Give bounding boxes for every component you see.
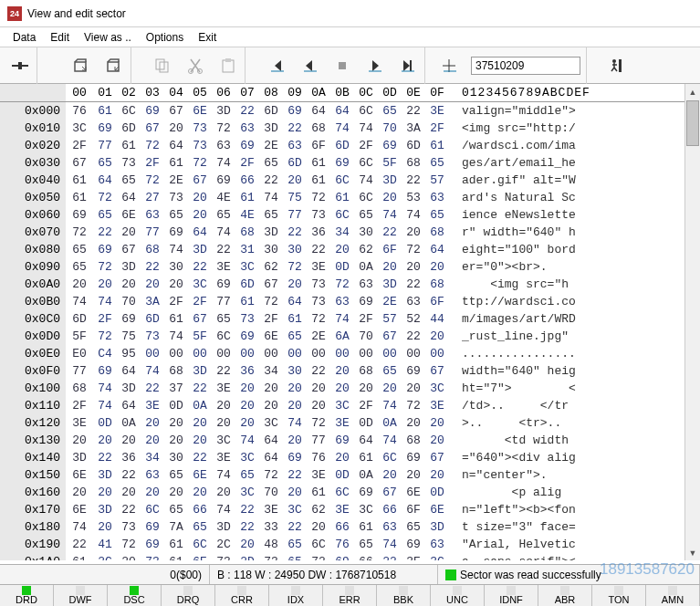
hex-byte[interactable]: 37 (164, 380, 188, 397)
hex-byte[interactable]: 73 (307, 293, 330, 310)
hex-byte[interactable]: 72 (259, 293, 283, 310)
hex-byte[interactable]: 62 (259, 258, 283, 276)
hex-byte[interactable]: 63 (378, 518, 402, 536)
scroll-down-icon[interactable]: ▼ (685, 545, 700, 560)
hex-byte[interactable]: 61 (307, 484, 330, 501)
hex-byte[interactable]: 20 (402, 466, 425, 484)
hex-byte[interactable]: 6C (378, 449, 402, 466)
hex-byte[interactable]: 63 (212, 137, 235, 154)
hex-byte[interactable]: 3E (212, 449, 235, 466)
hex-byte[interactable]: 20 (164, 484, 188, 501)
hex-byte[interactable]: 67 (425, 362, 449, 380)
hex-byte[interactable]: 20 (402, 258, 425, 276)
hex-byte[interactable]: 65 (188, 518, 212, 536)
hex-byte[interactable]: 22 (402, 276, 425, 293)
hex-byte[interactable]: 3D (66, 449, 93, 466)
hex-row[interactable]: 0x0506172642773204E61747572616C205363ard… (0, 189, 700, 206)
first-sector-button[interactable] (260, 49, 293, 82)
hex-byte[interactable]: 65 (425, 154, 449, 172)
hex-byte[interactable]: 61 (283, 310, 307, 328)
hex-byte[interactable]: 22 (117, 501, 141, 518)
hex-byte[interactable]: 73 (259, 553, 283, 560)
hex-byte[interactable]: 20 (212, 397, 235, 414)
hex-byte[interactable]: 20 (283, 397, 307, 414)
hex-byte[interactable]: 20 (141, 276, 164, 293)
hex-byte[interactable]: 20 (235, 536, 259, 553)
hex-byte[interactable]: 00 (164, 345, 188, 362)
hex-byte[interactable]: 6C (307, 536, 330, 553)
hex-byte[interactable]: 2F (164, 293, 188, 310)
hex-byte[interactable]: 6C (188, 536, 212, 553)
hex-byte[interactable]: 6E (259, 328, 283, 345)
hex-byte[interactable]: 6D (283, 154, 307, 172)
goto-button[interactable] (433, 49, 465, 82)
hex-byte[interactable]: 68 (402, 154, 425, 172)
hex-byte[interactable]: 2E (307, 328, 330, 345)
hex-byte[interactable]: 76 (330, 536, 354, 553)
hex-row[interactable]: 0x1403D22363430223E3C64697620616C6967="6… (0, 449, 700, 466)
hex-byte[interactable]: 6F (425, 293, 449, 310)
hex-byte[interactable]: 74 (378, 536, 402, 553)
hex-byte[interactable]: 3D (188, 241, 212, 258)
hex-byte[interactable]: 6E (188, 102, 212, 120)
hex-byte[interactable]: 00 (235, 345, 259, 362)
hex-byte[interactable]: 68 (307, 120, 330, 137)
hex-byte[interactable]: 3C (283, 501, 307, 518)
hex-byte[interactable]: 6E (66, 466, 93, 484)
hex-byte[interactable]: 3C (259, 414, 283, 432)
hex-byte[interactable]: 74 (330, 120, 354, 137)
hex-byte[interactable]: 74 (330, 310, 354, 328)
hex-byte[interactable]: 20 (378, 466, 402, 484)
hex-byte[interactable]: 6D (141, 310, 164, 328)
hex-byte[interactable]: 3A (141, 293, 164, 310)
hex-byte[interactable]: 69 (235, 137, 259, 154)
hex-byte[interactable]: 20 (66, 276, 93, 293)
hex-byte[interactable]: 6A (330, 328, 354, 345)
hex-byte[interactable]: 65 (93, 154, 117, 172)
hex-byte[interactable]: 00 (402, 345, 425, 362)
copy-button[interactable] (146, 49, 179, 82)
hex-byte[interactable]: 3C (66, 120, 93, 137)
hex-byte[interactable]: 65 (164, 206, 188, 224)
hex-byte[interactable]: 70 (259, 484, 283, 501)
hex-byte[interactable]: 69 (354, 293, 378, 310)
hex-byte[interactable]: 69 (93, 241, 117, 258)
hex-byte[interactable]: 3D (378, 276, 402, 293)
hex-byte[interactable]: 3D (188, 362, 212, 380)
hex-byte[interactable]: 20 (354, 380, 378, 397)
hex-byte[interactable]: 74 (354, 172, 378, 189)
hex-byte[interactable]: 72 (402, 397, 425, 414)
hex-byte[interactable]: 73 (117, 154, 141, 172)
hex-byte[interactable]: 74 (283, 414, 307, 432)
hex-byte[interactable]: 2F (141, 154, 164, 172)
hex-byte[interactable]: 64 (93, 172, 117, 189)
hex-byte[interactable]: 67 (378, 484, 402, 501)
hex-byte[interactable]: 20 (66, 484, 93, 501)
hex-byte[interactable]: 6C (330, 172, 354, 189)
hex-byte[interactable]: 20 (117, 553, 141, 560)
ascii-cell[interactable]: <p alig (449, 484, 561, 501)
hex-byte[interactable]: 20 (164, 276, 188, 293)
hex-byte[interactable]: 66 (378, 501, 402, 518)
ascii-cell[interactable]: n="center">. (449, 466, 569, 484)
ascii-cell[interactable]: width="640" heig (449, 362, 576, 380)
ascii-cell[interactable]: er="0"><br>. (449, 258, 576, 276)
hex-byte[interactable]: 00 (283, 345, 307, 362)
hex-byte[interactable]: 69 (330, 432, 354, 449)
hex-byte[interactable]: 65 (354, 536, 378, 553)
hex-byte[interactable]: 20 (283, 172, 307, 189)
hex-byte[interactable]: 00 (425, 345, 449, 362)
hex-byte[interactable]: 70 (117, 293, 141, 310)
hex-byte[interactable]: 72 (307, 189, 330, 206)
hex-byte[interactable]: 22 (235, 501, 259, 518)
hex-byte[interactable]: 20 (188, 206, 212, 224)
open-button[interactable] (65, 49, 98, 82)
hex-byte[interactable]: 00 (354, 345, 378, 362)
ascii-cell[interactable]: valign="middle"> (449, 102, 576, 120)
hex-byte[interactable]: 20 (307, 397, 330, 414)
hex-byte[interactable]: 30 (283, 241, 307, 258)
hex-byte[interactable]: 73 (141, 553, 164, 560)
hex-byte[interactable]: 41 (93, 536, 117, 553)
hex-byte[interactable]: 30 (164, 258, 188, 276)
hex-byte[interactable]: 53 (402, 189, 425, 206)
